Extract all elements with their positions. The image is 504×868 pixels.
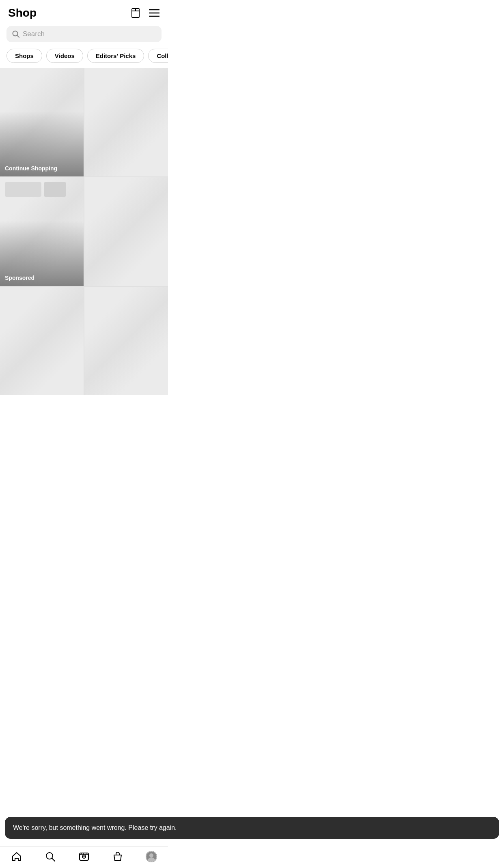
search-bar-container: Search (0, 24, 168, 47)
page-title: Shop (8, 6, 37, 19)
header-icons (130, 7, 160, 19)
tab-collections[interactable]: Collections (148, 49, 168, 63)
tab-shops[interactable]: Shops (6, 49, 42, 63)
bottom-left-cell[interactable] (0, 287, 84, 395)
search-bar[interactable]: Search (6, 26, 162, 42)
sponsored-thumb-2 (44, 182, 66, 197)
svg-line-7 (17, 35, 19, 37)
filter-tabs: Shops Videos Editors' Picks Collections (0, 47, 168, 68)
bookmark-icon[interactable] (130, 7, 141, 19)
sponsored-cell[interactable]: Sponsored (0, 177, 84, 286)
bottom-right-cell[interactable] (84, 287, 168, 395)
continue-shopping-label: Continue Shopping (5, 165, 57, 172)
continue-shopping-cell[interactable]: Continue Shopping (0, 68, 84, 176)
sponsored-thumbnails (5, 182, 66, 197)
hamburger-icon[interactable] (149, 7, 160, 19)
sponsored-label: Sponsored (5, 275, 34, 281)
product-grid: Continue Shopping Sponsored (0, 68, 168, 395)
tab-videos[interactable]: Videos (46, 49, 83, 63)
search-placeholder: Search (23, 30, 156, 38)
right-bottom-cell[interactable] (84, 177, 168, 286)
header: Shop (0, 0, 168, 24)
right-top-cell[interactable] (84, 68, 168, 176)
tab-editors-picks[interactable]: Editors' Picks (87, 49, 144, 63)
search-icon (12, 30, 19, 38)
sponsored-thumb-1 (5, 182, 41, 197)
